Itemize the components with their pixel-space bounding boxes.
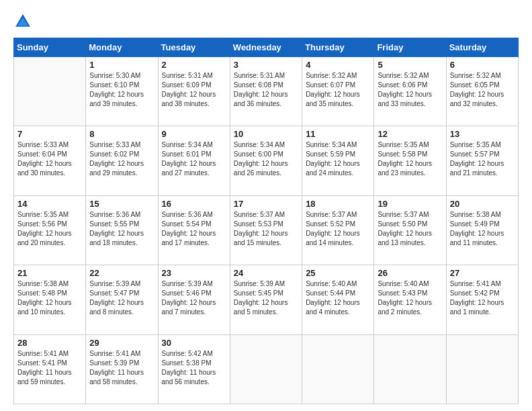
day-info: Sunrise: 5:40 AM Sunset: 5:44 PM Dayligh… (306, 279, 370, 317)
day-number: 9 (162, 129, 226, 139)
day-info: Sunrise: 5:36 AM Sunset: 5:55 PM Dayligh… (89, 210, 154, 248)
weekday-header-monday: Monday (86, 38, 158, 57)
calendar-cell: 30Sunrise: 5:42 AM Sunset: 5:38 PM Dayli… (158, 334, 230, 404)
day-info: Sunrise: 5:36 AM Sunset: 5:54 PM Dayligh… (162, 210, 226, 248)
weekday-header-row: SundayMondayTuesdayWednesdayThursdayFrid… (14, 38, 519, 57)
day-number: 30 (162, 338, 226, 348)
day-info: Sunrise: 5:37 AM Sunset: 5:50 PM Dayligh… (378, 210, 442, 248)
day-info: Sunrise: 5:32 AM Sunset: 6:06 PM Dayligh… (378, 71, 442, 109)
day-number: 28 (17, 338, 82, 348)
calendar-cell: 15Sunrise: 5:36 AM Sunset: 5:55 PM Dayli… (86, 195, 158, 265)
day-info: Sunrise: 5:37 AM Sunset: 5:53 PM Dayligh… (234, 210, 298, 248)
day-number: 3 (234, 60, 298, 70)
day-info: Sunrise: 5:31 AM Sunset: 6:09 PM Dayligh… (162, 71, 226, 109)
day-number: 24 (234, 268, 298, 278)
calendar-cell: 20Sunrise: 5:38 AM Sunset: 5:49 PM Dayli… (446, 195, 518, 265)
day-number: 19 (378, 199, 442, 209)
calendar-cell: 14Sunrise: 5:35 AM Sunset: 5:56 PM Dayli… (14, 195, 86, 265)
day-info: Sunrise: 5:35 AM Sunset: 5:57 PM Dayligh… (450, 140, 515, 178)
calendar-cell: 26Sunrise: 5:40 AM Sunset: 5:43 PM Dayli… (374, 265, 446, 334)
calendar-cell: 13Sunrise: 5:35 AM Sunset: 5:57 PM Dayli… (446, 126, 518, 195)
day-number: 26 (378, 268, 442, 278)
logo-icon (13, 12, 32, 31)
day-number: 6 (450, 60, 515, 70)
calendar-cell: 19Sunrise: 5:37 AM Sunset: 5:50 PM Dayli… (374, 195, 446, 265)
day-number: 5 (378, 60, 442, 70)
weekday-header-tuesday: Tuesday (158, 38, 230, 57)
calendar-cell: 21Sunrise: 5:38 AM Sunset: 5:48 PM Dayli… (14, 265, 86, 334)
week-row-5: 28Sunrise: 5:41 AM Sunset: 5:41 PM Dayli… (14, 334, 519, 404)
day-info: Sunrise: 5:35 AM Sunset: 5:56 PM Dayligh… (17, 210, 82, 248)
day-info: Sunrise: 5:40 AM Sunset: 5:43 PM Dayligh… (378, 279, 442, 317)
day-info: Sunrise: 5:39 AM Sunset: 5:46 PM Dayligh… (162, 279, 226, 317)
calendar-cell (14, 57, 86, 126)
day-info: Sunrise: 5:35 AM Sunset: 5:58 PM Dayligh… (378, 140, 442, 178)
day-number: 2 (162, 60, 226, 70)
day-info: Sunrise: 5:32 AM Sunset: 6:07 PM Dayligh… (306, 71, 370, 109)
day-number: 8 (89, 129, 154, 139)
calendar-cell (230, 334, 302, 404)
day-number: 15 (89, 199, 154, 209)
weekday-header-saturday: Saturday (446, 38, 518, 57)
day-number: 18 (306, 199, 370, 209)
calendar-cell: 11Sunrise: 5:34 AM Sunset: 5:59 PM Dayli… (302, 126, 374, 195)
day-number: 21 (17, 268, 82, 278)
calendar-cell: 4Sunrise: 5:32 AM Sunset: 6:07 PM Daylig… (302, 57, 374, 126)
calendar-cell: 17Sunrise: 5:37 AM Sunset: 5:53 PM Dayli… (230, 195, 302, 265)
day-number: 16 (162, 199, 226, 209)
day-info: Sunrise: 5:33 AM Sunset: 6:02 PM Dayligh… (89, 140, 154, 178)
day-info: Sunrise: 5:41 AM Sunset: 5:41 PM Dayligh… (17, 349, 82, 387)
calendar-cell: 22Sunrise: 5:39 AM Sunset: 5:47 PM Dayli… (86, 265, 158, 334)
weekday-header-wednesday: Wednesday (230, 38, 302, 57)
day-info: Sunrise: 5:39 AM Sunset: 5:45 PM Dayligh… (234, 279, 298, 317)
page: SundayMondayTuesdayWednesdayThursdayFrid… (0, 0, 532, 411)
logo (13, 12, 35, 31)
calendar-cell: 5Sunrise: 5:32 AM Sunset: 6:06 PM Daylig… (374, 57, 446, 126)
calendar-cell: 16Sunrise: 5:36 AM Sunset: 5:54 PM Dayli… (158, 195, 230, 265)
calendar-cell: 25Sunrise: 5:40 AM Sunset: 5:44 PM Dayli… (302, 265, 374, 334)
week-row-2: 7Sunrise: 5:33 AM Sunset: 6:04 PM Daylig… (14, 126, 519, 195)
week-row-1: 1Sunrise: 5:30 AM Sunset: 6:10 PM Daylig… (14, 57, 519, 126)
calendar-cell (374, 334, 446, 404)
calendar-cell: 27Sunrise: 5:41 AM Sunset: 5:42 PM Dayli… (446, 265, 518, 334)
day-number: 17 (234, 199, 298, 209)
header (13, 12, 519, 31)
day-number: 7 (17, 129, 82, 139)
day-number: 12 (378, 129, 442, 139)
day-number: 29 (89, 338, 154, 348)
day-info: Sunrise: 5:38 AM Sunset: 5:49 PM Dayligh… (450, 210, 515, 248)
week-row-3: 14Sunrise: 5:35 AM Sunset: 5:56 PM Dayli… (14, 195, 519, 265)
weekday-header-friday: Friday (374, 38, 446, 57)
day-number: 11 (306, 129, 370, 139)
calendar-cell: 12Sunrise: 5:35 AM Sunset: 5:58 PM Dayli… (374, 126, 446, 195)
calendar-cell (446, 334, 518, 404)
day-info: Sunrise: 5:33 AM Sunset: 6:04 PM Dayligh… (17, 140, 82, 178)
day-number: 25 (306, 268, 370, 278)
calendar-cell: 10Sunrise: 5:34 AM Sunset: 6:00 PM Dayli… (230, 126, 302, 195)
day-info: Sunrise: 5:42 AM Sunset: 5:38 PM Dayligh… (162, 349, 226, 387)
day-info: Sunrise: 5:30 AM Sunset: 6:10 PM Dayligh… (89, 71, 154, 109)
day-number: 4 (306, 60, 370, 70)
calendar-cell: 9Sunrise: 5:34 AM Sunset: 6:01 PM Daylig… (158, 126, 230, 195)
day-info: Sunrise: 5:31 AM Sunset: 6:08 PM Dayligh… (234, 71, 298, 109)
day-info: Sunrise: 5:34 AM Sunset: 6:01 PM Dayligh… (162, 140, 226, 178)
calendar-cell: 29Sunrise: 5:41 AM Sunset: 5:39 PM Dayli… (86, 334, 158, 404)
day-number: 1 (89, 60, 154, 70)
calendar-cell: 3Sunrise: 5:31 AM Sunset: 6:08 PM Daylig… (230, 57, 302, 126)
calendar-cell: 7Sunrise: 5:33 AM Sunset: 6:04 PM Daylig… (14, 126, 86, 195)
day-info: Sunrise: 5:34 AM Sunset: 5:59 PM Dayligh… (306, 140, 370, 178)
calendar-cell: 23Sunrise: 5:39 AM Sunset: 5:46 PM Dayli… (158, 265, 230, 334)
week-row-4: 21Sunrise: 5:38 AM Sunset: 5:48 PM Dayli… (14, 265, 519, 334)
calendar-cell: 28Sunrise: 5:41 AM Sunset: 5:41 PM Dayli… (14, 334, 86, 404)
day-number: 20 (450, 199, 515, 209)
calendar-cell: 2Sunrise: 5:31 AM Sunset: 6:09 PM Daylig… (158, 57, 230, 126)
calendar-cell: 18Sunrise: 5:37 AM Sunset: 5:52 PM Dayli… (302, 195, 374, 265)
day-info: Sunrise: 5:34 AM Sunset: 6:00 PM Dayligh… (234, 140, 298, 178)
day-number: 14 (17, 199, 82, 209)
day-info: Sunrise: 5:37 AM Sunset: 5:52 PM Dayligh… (306, 210, 370, 248)
calendar-cell: 8Sunrise: 5:33 AM Sunset: 6:02 PM Daylig… (86, 126, 158, 195)
day-number: 23 (162, 268, 226, 278)
day-number: 22 (89, 268, 154, 278)
day-info: Sunrise: 5:32 AM Sunset: 6:05 PM Dayligh… (450, 71, 515, 109)
day-number: 10 (234, 129, 298, 139)
